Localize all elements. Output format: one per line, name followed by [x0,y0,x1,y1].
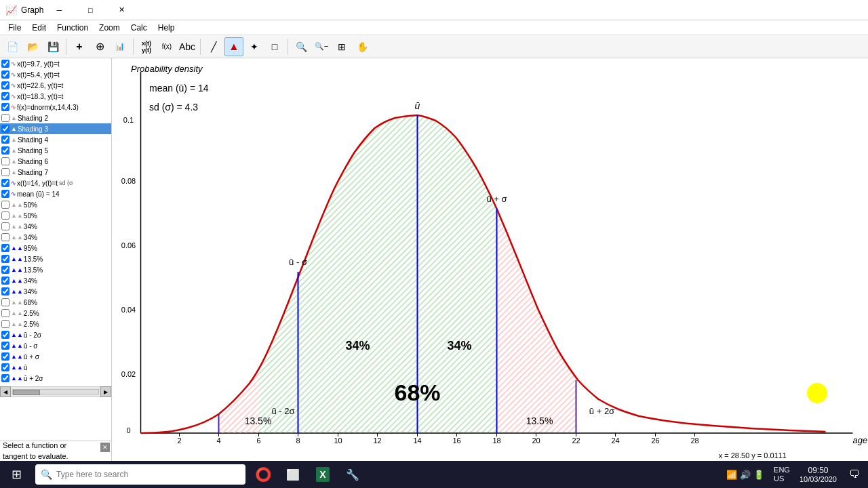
sidebar-item-18[interactable]: ▲▲ 95% [0,243,111,253]
line-tool-button[interactable]: ╱ [204,37,223,56]
zoom-fit-button[interactable]: ⊞ [332,37,351,56]
cb-21[interactable] [1,277,9,285]
shade-button[interactable]: ▲ [224,37,243,56]
cb-4[interactable] [1,92,9,100]
scroll-left-btn[interactable]: ◀ [0,386,11,397]
add-item-button[interactable]: ⊕ [90,37,109,56]
cb-23[interactable] [1,298,9,306]
sidebar-item-12[interactable]: ∿ x(t)=14, y(t)=t sd (σ [0,178,111,188]
taskbar-debugger[interactable]: 🔧 [338,461,368,488]
cb-27[interactable] [1,342,9,350]
sidebar-scrollbar[interactable]: ◀ ▶ [0,386,111,397]
eval-close-button[interactable]: ✕ [100,443,110,452]
sidebar-item-15[interactable]: ▲▲ 50% [0,210,111,221]
cb-26[interactable] [1,331,9,339]
cb-29[interactable] [1,363,9,371]
zoom-out-button[interactable]: 🔍− [312,37,331,56]
add-function-button[interactable]: + [70,37,89,56]
cb-24[interactable] [1,309,9,317]
sidebar-item-8[interactable]: ▲ Shading 4 [0,134,111,145]
sidebar-item-4[interactable]: ∿ x(t)=18.3, y(t)=t [0,91,111,102]
graph-type-button[interactable]: 📊 [111,37,130,56]
zoom-in-button[interactable]: 🔍 [292,37,311,56]
graph-area[interactable]: Probability density mean (ū) = 14 sd (σ)… [112,58,868,461]
sys-icons[interactable]: 📶 🔊 🔋 [721,470,770,480]
scroll-thumb[interactable] [13,390,40,395]
sidebar-item-24[interactable]: ▲▲ 2.5% [0,308,111,319]
cb-16[interactable] [1,222,9,230]
pan-button[interactable]: ✋ [353,37,372,56]
taskbar-search-bar[interactable]: 🔍 [35,464,245,485]
sidebar-item-11[interactable]: ▲ Shading 7 [0,167,111,178]
open-button[interactable]: 📂 [23,37,42,56]
sidebar-item-23[interactable]: ▲▲ 68% [0,297,111,308]
cb-6[interactable] [1,114,9,122]
sidebar-item-6[interactable]: ▲ Shading 2 [0,113,111,123]
menu-edit[interactable]: Edit [26,20,52,35]
cb-14[interactable] [1,201,9,209]
sidebar-item-1[interactable]: ∿ x(t)=9.7, y(t)=t [0,58,111,69]
cb-9[interactable] [1,146,9,155]
language-indicator[interactable]: ENGUS [771,466,793,483]
cb-10[interactable] [1,157,9,165]
taskbar-task-view[interactable]: ⬜ [278,461,308,488]
sidebar-item-22[interactable]: ▲▲ 34% [0,286,111,297]
menu-file[interactable]: File [3,20,26,35]
menu-function[interactable]: Function [52,20,94,35]
point-button[interactable]: ✦ [245,37,264,56]
cb-15[interactable] [1,211,9,220]
cb-19[interactable] [1,255,9,263]
sidebar-item-25[interactable]: ▲▲ 2.5% [0,319,111,329]
cb-28[interactable] [1,352,9,361]
sidebar-item-30[interactable]: ▲▲ ū + 2σ [0,373,111,384]
minimize-button[interactable]: ─ [43,0,75,20]
menu-zoom[interactable]: Zoom [94,20,125,35]
f-func-button[interactable]: f(x) [157,37,176,56]
save-button[interactable]: 💾 [43,37,62,56]
sidebar-item-20[interactable]: ▲▲ 13.5% [0,264,111,275]
sidebar-item-5[interactable]: ∿ f(x)=dnorm(x,14,4.3) [0,102,111,113]
cb-18[interactable] [1,244,9,252]
sidebar-item-21[interactable]: ▲▲ 34% [0,275,111,286]
start-button[interactable]: ⊞ [0,461,33,488]
sidebar-item-3[interactable]: ∿ x(t)=22.6, y(t)=t [0,80,111,91]
text-button[interactable]: Abc [178,37,197,56]
sidebar-item-2[interactable]: ∿ x(t)=5.4, y(t)=t [0,69,111,80]
cb-20[interactable] [1,266,9,274]
notification-button[interactable]: 🗨 [844,461,865,488]
sidebar-item-17[interactable]: ▲▲ 34% [0,232,111,243]
cb-25[interactable] [1,320,9,328]
clock[interactable]: 09:50 10/03/2020 [794,466,842,483]
scroll-right-btn[interactable]: ▶ [100,386,111,397]
cb-11[interactable] [1,168,9,176]
new-button[interactable]: 📄 [3,37,22,56]
scroll-track[interactable] [12,389,99,394]
cb-5[interactable] [1,103,9,111]
rect-button[interactable]: □ [265,37,284,56]
sidebar-item-13[interactable]: ∿ mean (ū) = 14 [0,188,111,199]
cb-30[interactable] [1,374,9,382]
sidebar-item-19[interactable]: ▲▲ 13.5% [0,253,111,264]
sidebar-item-14[interactable]: ▲▲ 50% [0,199,111,210]
sidebar-item-26[interactable]: ▲▲ ū - 2σ [0,329,111,340]
menu-calc[interactable]: Calc [125,20,153,35]
taskbar-cortana[interactable]: ⭕ [248,461,278,488]
sidebar-item-9[interactable]: ▲ Shading 5 [0,145,111,156]
cb-22[interactable] [1,287,9,296]
taskbar-excel[interactable]: X [308,461,338,488]
sidebar-item-28[interactable]: ▲▲ ū + σ [0,351,111,362]
cb-17[interactable] [1,233,9,241]
cb-1[interactable] [1,60,9,68]
cb-3[interactable] [1,81,9,89]
sidebar-item-10[interactable]: ▲ Shading 6 [0,156,111,167]
sidebar-item-7[interactable]: ▲ Shading 3 [0,123,111,134]
sidebar-item-27[interactable]: ▲▲ ū - σ [0,340,111,351]
sidebar-item-16[interactable]: ▲▲ 34% [0,221,111,232]
menu-help[interactable]: Help [153,20,180,35]
sidebar-item-29[interactable]: ▲▲ ū [0,362,111,373]
cb-2[interactable] [1,70,9,79]
close-button[interactable]: ✕ [106,0,137,20]
cb-13[interactable] [1,190,9,198]
search-input[interactable] [56,470,240,479]
maximize-button[interactable]: □ [75,0,106,20]
